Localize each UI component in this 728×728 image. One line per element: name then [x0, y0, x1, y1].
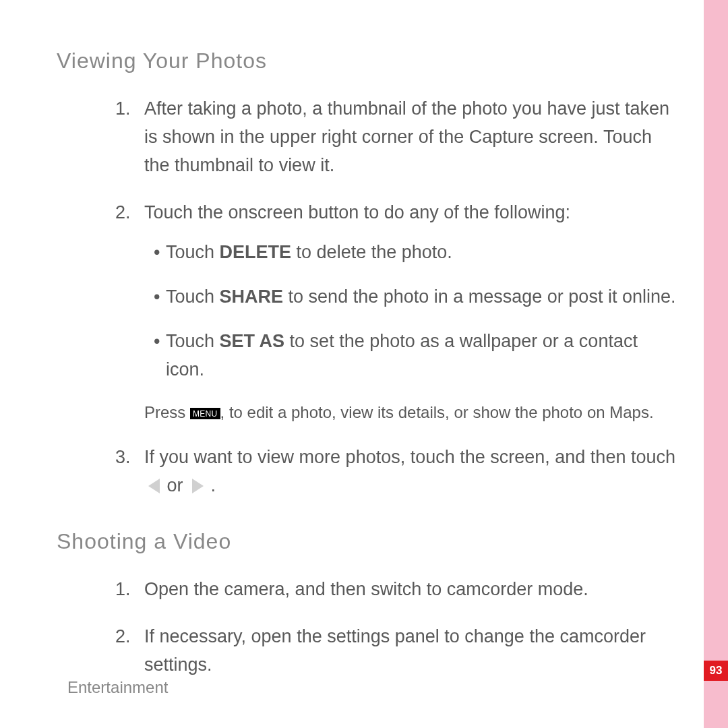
section-heading-viewing-photos: Viewing Your Photos	[57, 49, 677, 73]
list-text-post: .	[206, 475, 216, 495]
ordered-list-viewing: 1. After taking a photo, a thumbnail of …	[57, 95, 677, 499]
bullet-pre: Touch	[166, 331, 220, 351]
bullet-item: Touch DELETE to delete the photo.	[154, 239, 677, 267]
list-text: After taking a photo, a thumbnail of the…	[144, 98, 669, 175]
list-text-mid: or	[162, 475, 188, 495]
bullet-bold: SET AS	[220, 331, 285, 351]
list-text: Touch the onscreen button to do any of t…	[144, 202, 570, 222]
bullet-list: Touch DELETE to delete the photo. Touch …	[144, 239, 677, 384]
page-content: Viewing Your Photos 1. After taking a ph…	[57, 49, 677, 709]
list-item: 3. If you want to view more photos, touc…	[144, 444, 677, 500]
press-pre: Press	[144, 403, 190, 421]
bullet-item: Touch SHARE to send the photo in a messa…	[154, 283, 677, 311]
list-item: 1. After taking a photo, a thumbnail of …	[144, 95, 677, 180]
side-stripe	[704, 0, 728, 728]
bullet-pre: Touch	[166, 286, 220, 307]
list-number: 1.	[115, 576, 131, 604]
bullet-item: Touch SET AS to set the photo as a wallp…	[154, 328, 677, 384]
bullet-pre: Touch	[166, 242, 220, 262]
list-item: 2. Touch the onscreen button to do any o…	[144, 199, 677, 425]
list-text: If necessary, open the settings panel to…	[144, 626, 646, 675]
menu-key-icon: MENU	[190, 408, 220, 419]
list-number: 3.	[115, 444, 131, 472]
list-text: Open the camera, and then switch to camc…	[144, 579, 588, 599]
list-number: 1.	[115, 95, 131, 123]
bullet-bold: SHARE	[220, 286, 284, 307]
list-item: 1. Open the camera, and then switch to c…	[144, 576, 677, 604]
footer-section-label: Entertainment	[67, 678, 168, 697]
list-number: 2.	[115, 199, 131, 227]
list-item: 2. If necessary, open the settings panel…	[144, 623, 677, 679]
press-menu-line: Press MENU, to edit a photo, view its de…	[144, 400, 677, 425]
triangle-left-icon	[148, 479, 160, 493]
bullet-post: to send the photo in a message or post i…	[283, 286, 675, 307]
page-number: 93	[704, 661, 728, 681]
list-number: 2.	[115, 623, 131, 651]
section-heading-shooting-video: Shooting a Video	[57, 529, 677, 554]
ordered-list-shooting: 1. Open the camera, and then switch to c…	[57, 576, 677, 679]
triangle-right-icon	[192, 479, 204, 493]
list-text-pre: If you want to view more photos, touch t…	[144, 447, 675, 467]
press-post: , to edit a photo, view its details, or …	[220, 403, 654, 421]
bullet-bold: DELETE	[220, 242, 292, 262]
bullet-post: to delete the photo.	[291, 242, 452, 262]
